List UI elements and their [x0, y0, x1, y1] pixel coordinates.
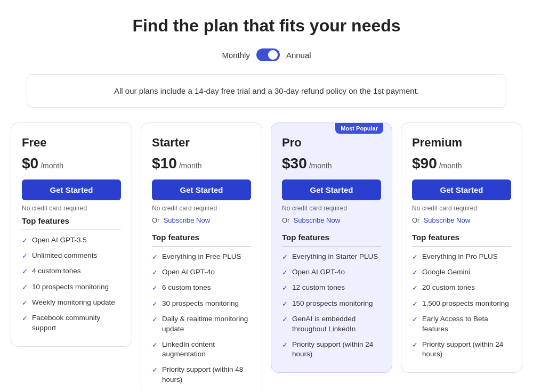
- price-amount-pro: $30: [282, 155, 307, 172]
- check-icon: ✓: [412, 340, 418, 350]
- feature-item: ✓ Daily & realtime monitoring update: [152, 314, 251, 334]
- plan-name-premium: Premium: [412, 136, 511, 150]
- get-started-btn-starter[interactable]: Get Started: [152, 179, 251, 200]
- feature-item: ✓ 30 prospects monitoring: [152, 299, 251, 309]
- get-started-btn-free[interactable]: Get Started: [22, 179, 121, 200]
- check-icon: ✓: [152, 315, 158, 324]
- feature-text: GenAI is embedded throughout LinkedIn: [292, 314, 381, 334]
- feature-text: Open AI GPT-4o: [292, 267, 345, 277]
- feature-list-free: ✓ Open AI GPT-3.5 ✓ Unlimited comments ✓…: [22, 235, 121, 333]
- subscribe-link-starter: Or Subscribe Now: [152, 216, 251, 224]
- feature-item: ✓ Open AI GPT-4o: [282, 267, 381, 277]
- most-popular-badge: Most Popular: [335, 123, 383, 134]
- feature-text: 6 custom tones: [162, 283, 211, 293]
- check-icon: ✓: [22, 236, 28, 246]
- page-title: Find the plan that fits your needs: [11, 16, 522, 36]
- price-amount-starter: $10: [152, 155, 177, 172]
- info-banner: All our plans include a 14-day free tria…: [27, 74, 506, 108]
- feature-list-starter: ✓ Everything in Free PLUS ✓ Open AI GPT-…: [152, 252, 251, 385]
- price-amount-free: $0: [22, 155, 38, 172]
- price-amount-premium: $90: [412, 155, 437, 172]
- check-icon: ✓: [412, 252, 418, 262]
- top-features-label-pro: Top features: [282, 233, 381, 247]
- subscribe-now-link-pro[interactable]: Subscribe Now: [294, 216, 340, 224]
- no-credit-premium: No credit card required: [412, 205, 511, 212]
- price-period-premium: /month: [439, 161, 462, 170]
- get-started-btn-pro[interactable]: Get Started: [282, 179, 381, 200]
- check-icon: ✓: [152, 365, 158, 375]
- top-features-label-starter: Top features: [152, 233, 251, 247]
- feature-item: ✓ GenAI is embedded throughout LinkedIn: [282, 314, 381, 334]
- plan-name-pro: Pro: [282, 136, 381, 150]
- feature-item: ✓ LinkedIn content augmentation: [152, 340, 251, 360]
- feature-text: Open AI GPT-3.5: [32, 235, 87, 246]
- price-period-free: /month: [41, 161, 63, 170]
- feature-item: ✓ Everything in Free PLUS: [152, 252, 251, 262]
- check-icon: ✓: [152, 283, 158, 293]
- plan-price-starter: $10 /month: [152, 155, 251, 172]
- subscribe-link-pro: Or Subscribe Now: [282, 216, 381, 224]
- plan-price-pro: $30 /month: [282, 155, 381, 172]
- feature-text: Facebook community support: [32, 313, 121, 333]
- feature-list-premium: ✓ Everything in Pro PLUS ✓ Google Gemini…: [412, 252, 511, 360]
- feature-item: ✓ Unlimited comments: [22, 251, 121, 261]
- feature-text: 1,500 prospects monitoring: [422, 299, 509, 309]
- check-icon: ✓: [282, 340, 288, 350]
- subscribe-now-link-starter[interactable]: Subscribe Now: [164, 216, 210, 224]
- feature-text: Daily & realtime monitoring update: [162, 314, 251, 334]
- top-features-label-premium: Top features: [412, 233, 511, 247]
- feature-text: Everything in Starter PLUS: [292, 252, 378, 262]
- feature-text: Google Gemini: [422, 267, 470, 277]
- check-icon: ✓: [22, 251, 28, 261]
- feature-item: ✓ 10 prospects monitoring: [22, 282, 121, 292]
- get-started-btn-premium[interactable]: Get Started: [412, 179, 511, 200]
- feature-item: ✓ 4 custom tones: [22, 266, 121, 276]
- check-icon: ✓: [152, 252, 158, 262]
- feature-item: ✓ 12 custom tones: [282, 283, 381, 293]
- feature-text: Open AI GPT-4o: [162, 267, 215, 277]
- feature-list-pro: ✓ Everything in Starter PLUS ✓ Open AI G…: [282, 252, 381, 360]
- feature-item: ✓ Everything in Pro PLUS: [412, 252, 511, 262]
- check-icon: ✓: [22, 298, 28, 308]
- check-icon: ✓: [22, 267, 28, 276]
- check-icon: ✓: [412, 299, 418, 309]
- check-icon: ✓: [282, 283, 288, 293]
- check-icon: ✓: [282, 268, 288, 277]
- check-icon: ✓: [282, 315, 288, 324]
- plan-price-free: $0 /month: [22, 155, 121, 172]
- check-icon: ✓: [282, 299, 288, 309]
- price-period-pro: /month: [309, 161, 332, 170]
- feature-text: Everything in Pro PLUS: [422, 252, 498, 262]
- plan-card-premium: Premium $90 /month Get StartedNo credit …: [401, 123, 522, 373]
- annual-label: Annual: [286, 51, 311, 60]
- feature-text: LinkedIn content augmentation: [162, 340, 251, 360]
- feature-item: ✓ Priority support (within 48 hours): [152, 365, 251, 385]
- check-icon: ✓: [152, 299, 158, 309]
- feature-text: 30 prospects monitoring: [162, 299, 239, 309]
- plan-name-free: Free: [22, 136, 121, 150]
- feature-item: ✓ Google Gemini: [412, 267, 511, 277]
- feature-item: ✓ 150 prospects monitoring: [282, 299, 381, 309]
- feature-item: ✓ 20 custom tones: [412, 283, 511, 293]
- check-icon: ✓: [152, 340, 158, 350]
- feature-text: 12 custom tones: [292, 283, 345, 293]
- top-features-label-free: Top features: [22, 216, 121, 230]
- subscribe-link-premium: Or Subscribe Now: [412, 216, 511, 224]
- feature-text: Priority support (within 48 hours): [162, 365, 251, 385]
- check-icon: ✓: [412, 268, 418, 277]
- plan-name-starter: Starter: [152, 136, 251, 150]
- subscribe-now-link-premium[interactable]: Subscribe Now: [424, 216, 470, 224]
- feature-text: 150 prospects monitoring: [292, 299, 373, 309]
- check-icon: ✓: [152, 268, 158, 277]
- feature-item: ✓ Facebook community support: [22, 313, 121, 333]
- check-icon: ✓: [282, 252, 288, 262]
- feature-item: ✓ Open AI GPT-4o: [152, 267, 251, 277]
- check-icon: ✓: [22, 314, 28, 323]
- check-icon: ✓: [412, 315, 418, 324]
- plan-card-starter: Starter $10 /month Get StartedNo credit …: [141, 123, 262, 392]
- feature-text: Early Access to Beta features: [422, 314, 511, 334]
- billing-toggle-switch[interactable]: [256, 48, 280, 61]
- check-icon: ✓: [412, 283, 418, 293]
- plan-price-premium: $90 /month: [412, 155, 511, 172]
- feature-text: 20 custom tones: [422, 283, 475, 293]
